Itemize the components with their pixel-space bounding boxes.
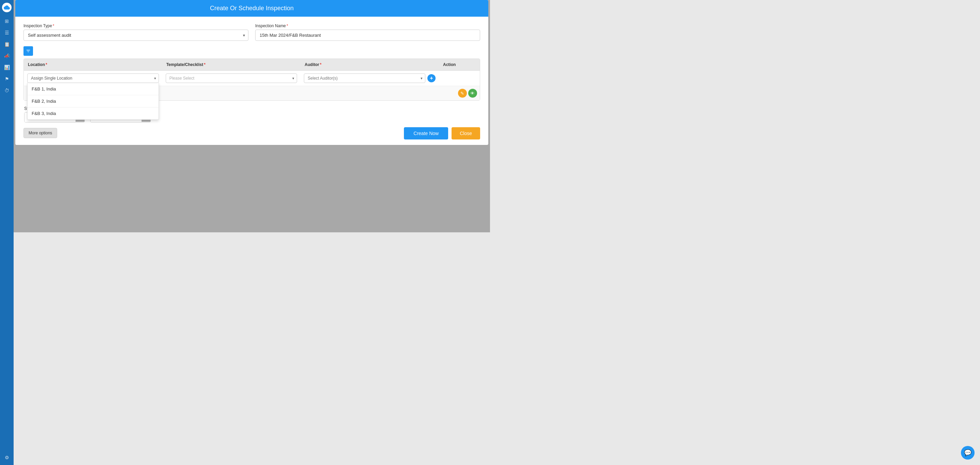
auditor-select-wrapper-1: + bbox=[304, 73, 436, 83]
create-now-button[interactable]: Create Now bbox=[404, 127, 448, 140]
modal-footer: Create Now Close bbox=[396, 122, 488, 145]
sidebar-item-clock[interactable]: ⏱ bbox=[2, 86, 11, 95]
add-row-button[interactable]: + bbox=[427, 74, 436, 83]
checklist-cell-2 bbox=[162, 86, 301, 100]
more-options-button[interactable]: More options bbox=[24, 128, 57, 138]
checklist-cell-1: Please Select bbox=[162, 71, 301, 86]
inspection-name-input[interactable]: 15th Mar 2024/F&B Restaurant bbox=[255, 30, 480, 41]
col-auditor: Auditor* bbox=[301, 59, 439, 70]
auditor-inner-1 bbox=[304, 73, 425, 83]
dropdown-item-2[interactable]: F&B 2, India bbox=[27, 95, 159, 108]
col-action: Action bbox=[439, 59, 480, 70]
sidebar-item-document[interactable]: 📋 bbox=[2, 40, 11, 49]
sidebar: ⊞ ☰ 📋 📣 📊 ⚑ ⏱ ⚙ bbox=[0, 0, 14, 232]
col-location: Location* bbox=[24, 59, 162, 70]
close-button[interactable]: Close bbox=[452, 127, 480, 140]
filter-icon-button[interactable] bbox=[24, 46, 33, 56]
action-cell-2: ✎ 👁 bbox=[439, 86, 480, 100]
location-dropdown-1[interactable]: Assign Single LocationF&B 1, IndiaF&B 2,… bbox=[27, 73, 159, 83]
checklist-select-wrapper-1: Please Select bbox=[166, 73, 298, 83]
col-template: Template/Checklist* bbox=[162, 59, 301, 70]
table-header-row: Location* Template/Checklist* Auditor* A… bbox=[24, 59, 480, 71]
inspection-type-select-wrapper: Self assessment audit bbox=[24, 30, 248, 41]
location-cell-1: Assign Single LocationF&B 1, IndiaF&B 2,… bbox=[24, 71, 162, 86]
sidebar-item-flag[interactable]: ⚑ bbox=[2, 74, 11, 84]
modal-header: Create Or Schedule Inspection bbox=[15, 0, 488, 17]
inspection-type-label: Inspection Type* bbox=[24, 24, 248, 28]
inspection-name-label: Inspection Name* bbox=[255, 24, 480, 28]
location-dropdown-popup: F&B 1, India F&B 2, India F&B 3, India bbox=[27, 83, 159, 120]
dropdown-item-3[interactable]: F&B 3, India bbox=[27, 108, 159, 119]
edit-icon-circle[interactable]: ✎ bbox=[458, 89, 467, 98]
modal-container: Create Or Schedule Inspection Inspection… bbox=[15, 0, 488, 145]
table-row-1: Assign Single LocationF&B 1, IndiaF&B 2,… bbox=[24, 71, 480, 86]
action-cell-1 bbox=[439, 71, 480, 86]
auditor-cell-2 bbox=[301, 86, 439, 100]
view-icon-circle[interactable]: 👁 bbox=[468, 89, 477, 98]
inspection-type-name-row: Inspection Type* Self assessment audit I… bbox=[24, 24, 480, 41]
sidebar-logo[interactable] bbox=[2, 3, 11, 12]
modal-overlay: Create Or Schedule Inspection Inspection… bbox=[14, 0, 490, 232]
location-select-wrapper-1: Assign Single LocationF&B 1, IndiaF&B 2,… bbox=[27, 73, 159, 83]
dropdown-item-1[interactable]: F&B 1, India bbox=[27, 83, 159, 95]
inspection-name-group: Inspection Name* 15th Mar 2024/F&B Resta… bbox=[255, 24, 480, 41]
auditor-cell-1: + bbox=[301, 71, 439, 86]
modal-title: Create Or Schedule Inspection bbox=[210, 5, 294, 11]
inspection-type-group: Inspection Type* Self assessment audit bbox=[24, 24, 248, 41]
sidebar-item-grid[interactable]: ⊞ bbox=[2, 16, 11, 26]
inspection-type-select[interactable]: Self assessment audit bbox=[24, 30, 248, 41]
sidebar-item-chart[interactable]: 📊 bbox=[2, 63, 11, 72]
checklist-select-1[interactable]: Please Select bbox=[166, 73, 298, 83]
inspection-table: Location* Template/Checklist* Auditor* A… bbox=[24, 59, 480, 101]
sidebar-item-list[interactable]: ☰ bbox=[2, 28, 11, 37]
sidebar-item-megaphone[interactable]: 📣 bbox=[2, 51, 11, 60]
auditor-input-1[interactable] bbox=[304, 73, 425, 83]
